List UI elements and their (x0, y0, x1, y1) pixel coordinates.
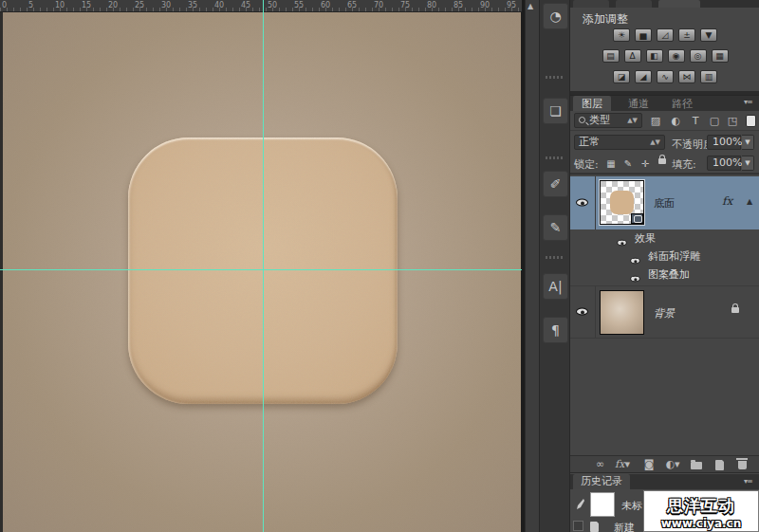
adjustment-layer-icon[interactable]: ◐▾ (664, 458, 681, 471)
visibility-eye-icon[interactable] (576, 308, 588, 316)
levels-icon[interactable]: ▅ (635, 28, 652, 42)
right-panel-column: 添加调整 ☀▅◿±▼▤Δ◧◉◎▦◪◢∿⋈▥ 图层 通道 路径 ▾≡ 类型▲▼ ▨… (569, 0, 759, 532)
ruler-number: 20 (108, 1, 118, 9)
tab-layers[interactable]: 图层 (573, 96, 611, 112)
brush-presets-panel-icon[interactable]: ✐ (543, 171, 568, 197)
layer-thumbnail[interactable] (600, 290, 644, 335)
ruler-number: 90 (480, 1, 490, 9)
filter-type-layers-icon[interactable]: T (688, 114, 703, 128)
history-tab-strip: 历史记录 ▾≡ (570, 474, 759, 489)
layer-style-fx-icon[interactable]: fx▾ (614, 458, 631, 471)
panel-menu-icon[interactable]: ▾≡ (744, 98, 752, 106)
threshold-icon[interactable]: ∿ (657, 70, 674, 83)
color-balance-icon[interactable]: Δ (624, 49, 641, 63)
snapshot-name[interactable]: 未标 (621, 499, 642, 513)
ruler-number: 50 (268, 1, 277, 9)
lock-pixels-icon[interactable]: ✎ (621, 157, 635, 170)
opacity-value[interactable]: 100% (707, 135, 741, 150)
canvas-scrollbar[interactable]: ▲ (521, 0, 539, 532)
filter-switch-toggle[interactable] (746, 115, 756, 127)
watermark-url: www.ciya.cn (644, 517, 758, 530)
brightness-contrast-icon[interactable]: ☀ (613, 28, 630, 42)
scrollbar-up-arrow-icon[interactable]: ▲ (528, 2, 533, 10)
horizontal-guide[interactable] (0, 269, 522, 270)
canvas[interactable] (3, 12, 521, 532)
tab-channels[interactable]: 通道 (620, 96, 657, 112)
dock-grip-handle[interactable] (546, 156, 565, 159)
effect-eye-icon[interactable] (630, 276, 639, 282)
add-adjustment-title: 添加调整 (583, 11, 628, 28)
channel-mixer-icon[interactable]: ◎ (690, 49, 707, 63)
character-panel-icon[interactable]: A| (543, 273, 568, 300)
photoshop-window: 05101520253035404550556065707580859095 ▲ (0, 0, 759, 532)
history-step-name[interactable]: 新建 (614, 521, 635, 532)
ruler-number: 65 (347, 1, 357, 9)
curves-icon[interactable]: ◿ (657, 28, 674, 42)
properties-panel-icon[interactable]: ◔ (543, 3, 568, 29)
lock-transparency-icon[interactable]: ▦ (604, 157, 618, 170)
filter-pixel-layers-icon[interactable]: ▨ (648, 114, 663, 128)
delete-layer-icon[interactable] (733, 458, 750, 471)
ruler-number: 25 (135, 1, 144, 9)
tab-paths[interactable]: 路径 (663, 96, 701, 112)
history-panel-menu-icon[interactable]: ▾≡ (744, 477, 752, 486)
fill-value[interactable]: 100% (707, 156, 741, 171)
layer-name[interactable]: 底面 (654, 196, 675, 211)
dock-grip-handle[interactable] (546, 256, 565, 259)
blend-mode-select[interactable]: 正常▲▼ (574, 135, 665, 150)
posterize-icon[interactable]: ◢ (635, 70, 652, 83)
lock-all-icon[interactable] (656, 154, 669, 166)
cropped-tab-1[interactable] (573, 0, 609, 8)
effects-eye-icon[interactable] (617, 240, 626, 246)
ruler-number: 45 (241, 1, 250, 9)
link-layers-icon[interactable]: ∞ (591, 458, 608, 471)
horizontal-ruler[interactable]: 05101520253035404550556065707580859095 (0, 0, 522, 12)
ruler-ticks (0, 8, 522, 11)
history-source-checkbox[interactable] (573, 521, 583, 531)
layer-thumbnail[interactable] (600, 180, 644, 225)
new-group-icon[interactable] (688, 458, 705, 471)
invert-icon[interactable]: ◪ (613, 70, 630, 83)
gradient-map-icon[interactable]: ⋈ (678, 70, 695, 83)
watermark: 思洋互动 www.ciya.cn (643, 490, 759, 532)
selective-color-icon[interactable]: ▥ (700, 70, 717, 83)
filter-type-combo[interactable]: 类型▲▼ (574, 113, 642, 128)
color-lookup-icon[interactable]: ▦ (712, 49, 729, 63)
add-layer-mask-icon[interactable]: ◙ (640, 458, 657, 471)
filter-adjustment-layers-icon[interactable]: ◐ (668, 114, 683, 128)
filter-shape-layers-icon[interactable]: ▢ (707, 114, 722, 128)
ruler-number: 75 (400, 1, 410, 9)
black-white-icon[interactable]: ◧ (646, 49, 663, 63)
effect-row-bevel-emboss[interactable]: 斜面和浮雕 (570, 248, 759, 266)
effect-row-pattern-overlay[interactable]: 图案叠加 (570, 266, 759, 284)
filter-smart-objects-icon[interactable]: ◳ (725, 114, 740, 128)
vertical-guide[interactable] (263, 0, 264, 532)
fill-dropdown-icon[interactable]: ▼ (742, 156, 754, 171)
hue-saturation-icon[interactable]: ▤ (602, 49, 620, 63)
visibility-eye-icon[interactable] (576, 199, 588, 207)
photo-filter-icon[interactable]: ◉ (668, 49, 685, 63)
layer-row-dimian[interactable]: 底面 fx ▲ (570, 176, 759, 229)
cropped-tab-2[interactable] (616, 0, 652, 8)
dock-grip-handle[interactable] (546, 76, 565, 79)
fx-badge[interactable]: fx (722, 194, 732, 208)
snapshot-thumbnail[interactable] (590, 492, 615, 517)
scrollbar-track[interactable] (525, 0, 539, 532)
exposure-icon[interactable]: ± (678, 28, 695, 42)
brush-panel-icon[interactable]: ✎ (543, 214, 568, 241)
collapse-effects-arrow-icon[interactable]: ▲ (747, 197, 752, 206)
new-layer-icon[interactable] (711, 458, 728, 471)
paragraph-panel-icon[interactable]: ¶ (543, 317, 568, 343)
effects-group-row[interactable]: 效果 (570, 229, 759, 248)
effect-eye-icon[interactable] (630, 258, 639, 264)
tab-adjustments[interactable] (658, 0, 700, 8)
layer-row-background[interactable]: 背景 (570, 285, 759, 339)
history-brush-source-icon[interactable] (573, 498, 585, 510)
opacity-dropdown-icon[interactable]: ▼ (742, 135, 754, 150)
styles-panel-icon[interactable]: ❏ (543, 98, 568, 124)
vibrance-icon[interactable]: ▼ (700, 28, 717, 42)
layer-name[interactable]: 背景 (654, 306, 675, 321)
effects-group-label: 效果 (635, 229, 656, 248)
lock-position-icon[interactable]: ✛ (639, 157, 652, 170)
tab-history[interactable]: 历史记录 (573, 474, 630, 489)
